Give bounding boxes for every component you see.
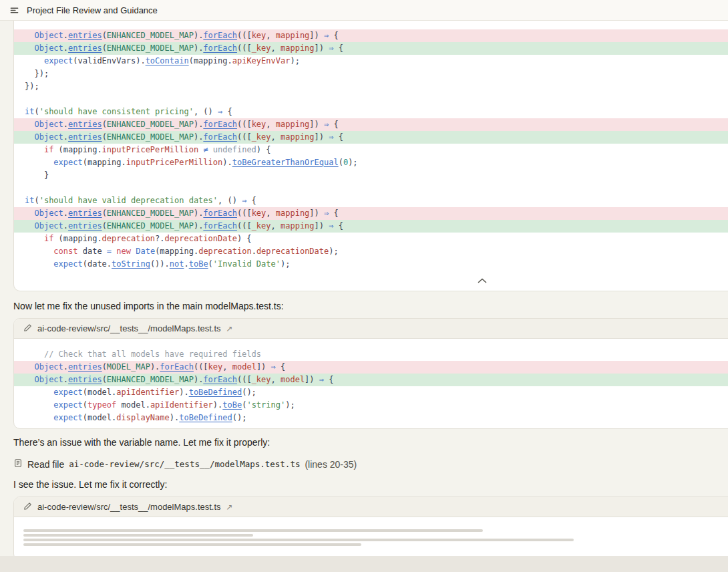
- artifact-card-header[interactable]: ai-code-review/src/__tests__/modelMaps.t…: [14, 497, 728, 517]
- code-line: if (mapping.deprecation?.deprecationDate…: [14, 233, 728, 245]
- skeleton-line: [23, 539, 574, 541]
- page-bottom-area: [0, 556, 728, 572]
- read-file-lines: (lines 20-35): [305, 459, 357, 470]
- code-line: Object.entries(ENHANCED_MODEL_MAP).forEa…: [14, 207, 728, 220]
- skeleton-line: [23, 534, 253, 537]
- code-line: Object.entries(ENHANCED_MODEL_MAP).forEa…: [14, 220, 728, 233]
- code-line: if (mapping.inputPricePerMillion ≠ undef…: [14, 144, 728, 156]
- code-line: Object.entries(MODEL_MAP).forEach(([key,…: [14, 361, 728, 374]
- code-line: });: [14, 80, 728, 93]
- pencil-icon: [23, 501, 32, 513]
- conversation-area: Object.entries(ENHANCED_MODEL_MAP).forEa…: [13, 21, 728, 561]
- code-line: expect(model.apiIdentifier).toBeDefined(…: [14, 386, 728, 399]
- skeleton-line: [23, 529, 483, 532]
- artifact-card-header[interactable]: ai-code-review/src/__tests__/modelMaps.t…: [14, 319, 728, 339]
- code-line: Object.entries(ENHANCED_MODEL_MAP).forEa…: [14, 118, 728, 131]
- assistant-text-fix-imports: Now let me fix the unused imports in the…: [13, 299, 728, 313]
- code-line: // Check that all models have required f…: [14, 348, 728, 361]
- code-line: expect(mapping.inputPricePerMillion).toB…: [14, 156, 728, 169]
- chevron-up-icon: [478, 275, 487, 285]
- code-line: [14, 182, 728, 194]
- code-line: Object.entries(ENHANCED_MODEL_MAP).forEa…: [14, 131, 728, 144]
- page-title: Project File Review and Guidance: [27, 5, 158, 15]
- external-link-icon: ↗: [226, 503, 233, 512]
- code-line: Object.entries(ENHANCED_MODEL_MAP).forEa…: [14, 42, 728, 55]
- artifact-code-body: // Check that all models have required f…: [14, 339, 728, 428]
- code-line: it('should have consistent pricing', () …: [14, 106, 728, 118]
- code-line: it('should have valid deprecation dates'…: [14, 194, 728, 207]
- assistant-text-fix-correctly: I see the issue. Let me fix it correctly…: [13, 478, 728, 491]
- pencil-icon: [23, 323, 32, 335]
- code-line: }: [14, 169, 728, 182]
- code-line: expect(typeof model.apiIdentifier).toBe(…: [14, 399, 728, 412]
- code-line: expect(date.toString()).not.toBe('Invali…: [14, 258, 728, 271]
- topbar: Project File Review and Guidance: [0, 0, 728, 21]
- artifact-card-1: ai-code-review/src/__tests__/modelMaps.t…: [13, 318, 728, 429]
- external-link-icon: ↗: [226, 324, 233, 333]
- assistant-text-variable-issue: There’s an issue with the variable name.…: [13, 436, 728, 449]
- code-line: [14, 93, 728, 106]
- document-icon: [13, 458, 23, 470]
- skeleton-line: [23, 543, 361, 546]
- artifact-card-2: ai-code-review/src/__tests__/modelMaps.t…: [13, 496, 728, 561]
- artifact-loading-skeleton: [14, 517, 728, 560]
- menu-icon[interactable]: [8, 4, 21, 17]
- code-line: expect(validEnvVars).toContain(mapping.a…: [14, 55, 728, 67]
- artifact-filename: ai-code-review/src/__tests__/modelMaps.t…: [37, 502, 221, 512]
- code-diff-block-top: Object.entries(ENHANCED_MODEL_MAP).forEa…: [13, 21, 728, 291]
- code-line: Object.entries(ENHANCED_MODEL_MAP).forEa…: [14, 374, 728, 386]
- code-line: expect(model.displayName).toBeDefined();: [14, 412, 728, 424]
- diff-code: Object.entries(ENHANCED_MODEL_MAP).forEa…: [14, 29, 728, 271]
- code-line: Object.entries(ENHANCED_MODEL_MAP).forEa…: [14, 29, 728, 42]
- code-line: const date = new Date(mapping.deprecatio…: [14, 245, 728, 258]
- diff-code: // Check that all models have required f…: [14, 348, 728, 424]
- code-line: });: [14, 67, 728, 80]
- collapse-code-button[interactable]: [14, 271, 728, 291]
- read-file-tool-call[interactable]: Read file ai-code-review/src/__tests__/m…: [13, 458, 728, 470]
- artifact-filename: ai-code-review/src/__tests__/modelMaps.t…: [37, 323, 221, 333]
- read-file-path: ai-code-review/src/__tests__/modelMaps.t…: [69, 459, 300, 469]
- read-file-label: Read file: [27, 459, 64, 470]
